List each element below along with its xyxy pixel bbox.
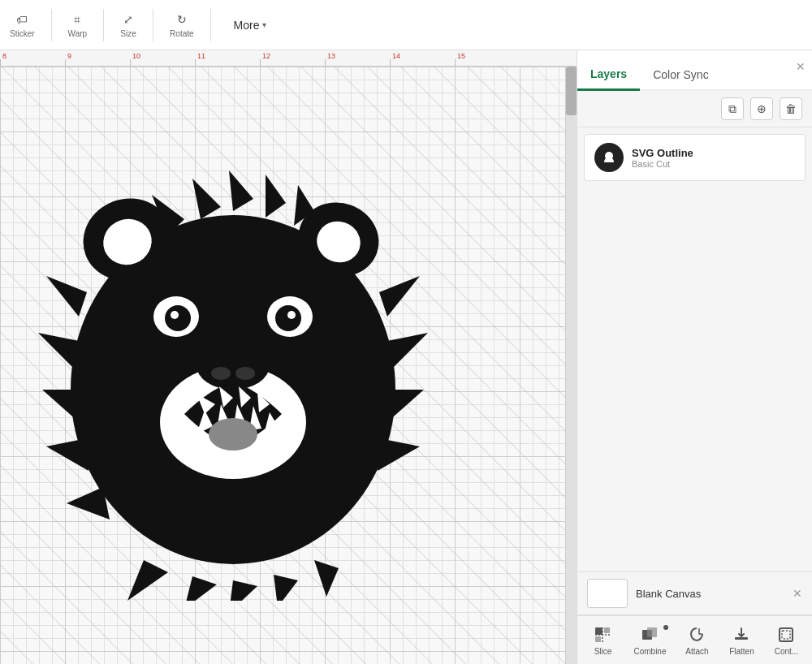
layer-item-svg-outline[interactable]: SVG Outline Basic Cut bbox=[584, 134, 806, 181]
contour-icon bbox=[776, 625, 796, 645]
panel-bottom: Blank Canvas ✕ Slice bbox=[577, 571, 812, 664]
tab-layers[interactable]: Layers bbox=[577, 61, 640, 91]
attach-icon bbox=[687, 625, 706, 645]
slice-label: Slice bbox=[594, 647, 612, 656]
combine-dropdown-dot bbox=[663, 625, 668, 630]
ruler-tick-9: 9 bbox=[65, 50, 130, 66]
flatten-label: Flatten bbox=[729, 647, 754, 656]
divider-4 bbox=[210, 9, 211, 41]
divider-3 bbox=[153, 9, 153, 41]
svg-rect-46 bbox=[595, 627, 603, 635]
slice-button[interactable]: Slice bbox=[582, 622, 623, 659]
ruler-tick-14: 14 bbox=[390, 50, 455, 66]
more-button[interactable]: More ▾ bbox=[227, 15, 274, 35]
add-icon: ⊕ bbox=[757, 102, 767, 115]
ruler-tick-12: 12 bbox=[260, 50, 325, 66]
more-label: More bbox=[234, 19, 260, 32]
svg-marker-21 bbox=[229, 580, 257, 601]
sticker-icon: 🏷 bbox=[14, 11, 30, 28]
svg-marker-11 bbox=[38, 333, 79, 369]
layer-thumbnail bbox=[594, 143, 624, 172]
svg-point-39 bbox=[165, 305, 191, 331]
duplicate-layer-button[interactable]: ⧉ bbox=[721, 97, 744, 120]
layer-type: Basic Cut bbox=[632, 159, 693, 169]
svg-marker-15 bbox=[379, 276, 420, 317]
layer-name: SVG Outline bbox=[632, 147, 693, 159]
ruler-horizontal: 8 9 10 11 12 13 14 15 bbox=[0, 50, 577, 67]
warp-icon: ⌗ bbox=[69, 11, 85, 28]
rotate-icon: ↻ bbox=[174, 11, 190, 28]
delete-icon: 🗑 bbox=[785, 102, 797, 115]
size-label: Size bbox=[120, 29, 136, 38]
svg-marker-17 bbox=[383, 390, 424, 422]
contour-label: Cont... bbox=[775, 647, 798, 656]
design-canvas[interactable] bbox=[0, 67, 565, 664]
ruler-tick-15: 15 bbox=[455, 50, 520, 66]
contour-button[interactable]: Cont... bbox=[766, 622, 806, 659]
vertical-scrollbar[interactable] bbox=[565, 67, 577, 664]
blank-canvas-close-button[interactable]: ✕ bbox=[793, 587, 802, 600]
right-panel: Layers Color Sync ✕ ⧉ ⊕ 🗑 bbox=[577, 50, 812, 664]
ruler-tick-10: 10 bbox=[130, 50, 195, 66]
flatten-button[interactable]: Flatten bbox=[721, 622, 762, 659]
svg-point-40 bbox=[171, 311, 179, 319]
add-layer-button[interactable]: ⊕ bbox=[750, 97, 773, 120]
warp-tool[interactable]: ⌗ Warp bbox=[68, 11, 88, 38]
canvas-area[interactable]: 8 9 10 11 12 13 14 15 bbox=[0, 50, 577, 664]
svg-marker-20 bbox=[184, 576, 217, 601]
attach-button[interactable]: Attach bbox=[676, 622, 717, 659]
svg-marker-16 bbox=[387, 333, 428, 369]
svg-marker-10 bbox=[46, 276, 87, 317]
size-tool[interactable]: ⤢ Size bbox=[120, 11, 136, 38]
ruler-tick-13: 13 bbox=[325, 50, 390, 66]
blank-canvas-item[interactable]: Blank Canvas ✕ bbox=[577, 572, 812, 615]
rotate-label: Rotate bbox=[170, 29, 193, 38]
svg-marker-19 bbox=[127, 560, 168, 601]
more-chevron-icon: ▾ bbox=[262, 20, 266, 29]
warp-label: Warp bbox=[68, 29, 88, 38]
blank-canvas-area bbox=[577, 181, 812, 571]
svg-point-26 bbox=[211, 367, 231, 380]
bear-svg-image[interactable] bbox=[22, 130, 444, 601]
svg-marker-18 bbox=[378, 438, 420, 471]
svg-point-44 bbox=[235, 244, 248, 257]
sticker-tool[interactable]: 🏷 Sticker bbox=[10, 11, 35, 38]
svg-marker-13 bbox=[46, 438, 89, 471]
tab-color-sync[interactable]: Color Sync bbox=[640, 62, 721, 91]
size-icon: ⤢ bbox=[120, 11, 136, 28]
svg-marker-7 bbox=[229, 170, 253, 211]
rotate-tool[interactable]: ↻ Rotate bbox=[170, 11, 193, 38]
slice-icon bbox=[593, 625, 612, 645]
layer-info: SVG Outline Basic Cut bbox=[632, 147, 693, 169]
svg-point-37 bbox=[209, 418, 257, 451]
divider-1 bbox=[51, 9, 52, 41]
combine-label: Combine bbox=[633, 647, 666, 656]
ruler-tick-8: 8 bbox=[0, 50, 65, 66]
sticker-label: Sticker bbox=[10, 29, 35, 38]
delete-layer-button[interactable]: 🗑 bbox=[780, 97, 802, 120]
svg-rect-48 bbox=[595, 636, 601, 642]
panel-tabs: Layers Color Sync ✕ bbox=[577, 50, 812, 91]
panel-actions: Slice Combine bbox=[577, 615, 812, 664]
main-toolbar: 🏷 Sticker ⌗ Warp ⤢ Size ↻ Rotate More ▾ bbox=[0, 0, 812, 50]
svg-marker-12 bbox=[42, 390, 83, 422]
main-area: 8 9 10 11 12 13 14 15 bbox=[0, 50, 812, 664]
svg-rect-53 bbox=[735, 637, 748, 640]
svg-marker-23 bbox=[314, 560, 339, 597]
svg-rect-47 bbox=[604, 627, 610, 633]
duplicate-icon: ⧉ bbox=[728, 102, 736, 116]
svg-rect-55 bbox=[782, 631, 790, 639]
combine-button[interactable]: Combine bbox=[627, 622, 672, 659]
svg-marker-22 bbox=[274, 575, 298, 601]
svg-marker-8 bbox=[266, 175, 286, 218]
divider-2 bbox=[103, 9, 104, 41]
attach-label: Attach bbox=[685, 647, 708, 656]
svg-point-43 bbox=[287, 311, 296, 319]
blank-canvas-thumbnail bbox=[587, 579, 628, 608]
svg-rect-52 bbox=[647, 627, 657, 637]
svg-marker-14 bbox=[67, 487, 110, 520]
ruler-tick-11: 11 bbox=[195, 50, 260, 66]
scrollbar-thumb[interactable] bbox=[566, 67, 577, 115]
flatten-icon bbox=[732, 625, 751, 645]
panel-close-button[interactable]: ✕ bbox=[796, 60, 806, 73]
